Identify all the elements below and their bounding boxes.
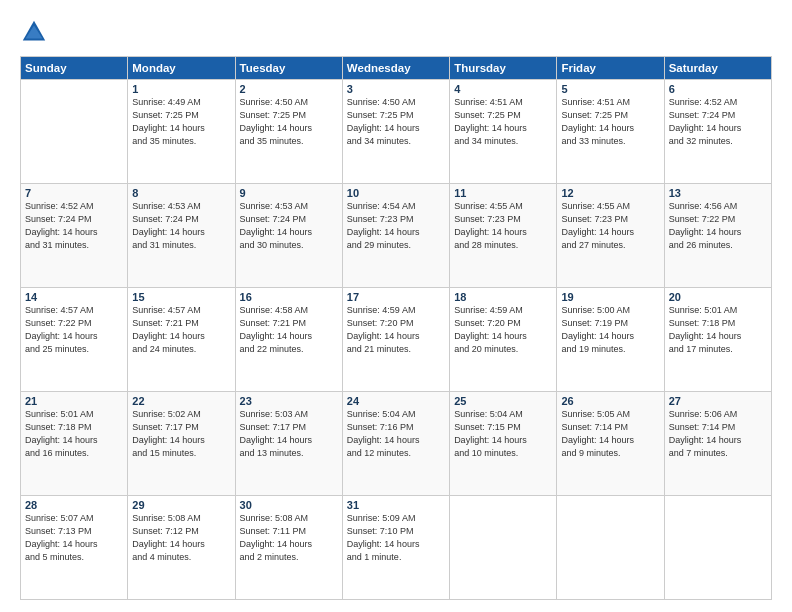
day-number: 11 (454, 187, 552, 199)
calendar-cell (557, 496, 664, 600)
logo-icon (20, 18, 48, 46)
cell-info: Sunrise: 4:59 AM Sunset: 7:20 PM Dayligh… (454, 304, 552, 356)
day-number: 27 (669, 395, 767, 407)
day-number: 13 (669, 187, 767, 199)
calendar-cell: 5Sunrise: 4:51 AM Sunset: 7:25 PM Daylig… (557, 80, 664, 184)
calendar-cell: 1Sunrise: 4:49 AM Sunset: 7:25 PM Daylig… (128, 80, 235, 184)
calendar-cell: 25Sunrise: 5:04 AM Sunset: 7:15 PM Dayli… (450, 392, 557, 496)
week-row-4: 21Sunrise: 5:01 AM Sunset: 7:18 PM Dayli… (21, 392, 772, 496)
calendar-cell: 10Sunrise: 4:54 AM Sunset: 7:23 PM Dayli… (342, 184, 449, 288)
calendar-cell: 13Sunrise: 4:56 AM Sunset: 7:22 PM Dayli… (664, 184, 771, 288)
day-number: 5 (561, 83, 659, 95)
day-number: 20 (669, 291, 767, 303)
cell-info: Sunrise: 4:56 AM Sunset: 7:22 PM Dayligh… (669, 200, 767, 252)
calendar-cell (450, 496, 557, 600)
cell-info: Sunrise: 5:07 AM Sunset: 7:13 PM Dayligh… (25, 512, 123, 564)
calendar-cell: 9Sunrise: 4:53 AM Sunset: 7:24 PM Daylig… (235, 184, 342, 288)
day-number: 24 (347, 395, 445, 407)
day-number: 17 (347, 291, 445, 303)
cell-info: Sunrise: 4:57 AM Sunset: 7:22 PM Dayligh… (25, 304, 123, 356)
day-number: 23 (240, 395, 338, 407)
day-number: 18 (454, 291, 552, 303)
cell-info: Sunrise: 5:08 AM Sunset: 7:11 PM Dayligh… (240, 512, 338, 564)
calendar-cell: 22Sunrise: 5:02 AM Sunset: 7:17 PM Dayli… (128, 392, 235, 496)
calendar-cell: 23Sunrise: 5:03 AM Sunset: 7:17 PM Dayli… (235, 392, 342, 496)
day-number: 9 (240, 187, 338, 199)
weekday-header-monday: Monday (128, 57, 235, 80)
cell-info: Sunrise: 4:52 AM Sunset: 7:24 PM Dayligh… (669, 96, 767, 148)
cell-info: Sunrise: 5:09 AM Sunset: 7:10 PM Dayligh… (347, 512, 445, 564)
day-number: 26 (561, 395, 659, 407)
weekday-header-wednesday: Wednesday (342, 57, 449, 80)
week-row-5: 28Sunrise: 5:07 AM Sunset: 7:13 PM Dayli… (21, 496, 772, 600)
weekday-header-saturday: Saturday (664, 57, 771, 80)
day-number: 6 (669, 83, 767, 95)
calendar-cell: 8Sunrise: 4:53 AM Sunset: 7:24 PM Daylig… (128, 184, 235, 288)
day-number: 25 (454, 395, 552, 407)
calendar-cell: 29Sunrise: 5:08 AM Sunset: 7:12 PM Dayli… (128, 496, 235, 600)
calendar-cell: 2Sunrise: 4:50 AM Sunset: 7:25 PM Daylig… (235, 80, 342, 184)
cell-info: Sunrise: 5:01 AM Sunset: 7:18 PM Dayligh… (669, 304, 767, 356)
calendar-cell: 16Sunrise: 4:58 AM Sunset: 7:21 PM Dayli… (235, 288, 342, 392)
calendar-cell (21, 80, 128, 184)
day-number: 10 (347, 187, 445, 199)
cell-info: Sunrise: 4:53 AM Sunset: 7:24 PM Dayligh… (132, 200, 230, 252)
weekday-header-friday: Friday (557, 57, 664, 80)
cell-info: Sunrise: 5:00 AM Sunset: 7:19 PM Dayligh… (561, 304, 659, 356)
calendar-cell: 3Sunrise: 4:50 AM Sunset: 7:25 PM Daylig… (342, 80, 449, 184)
cell-info: Sunrise: 4:55 AM Sunset: 7:23 PM Dayligh… (454, 200, 552, 252)
calendar-cell (664, 496, 771, 600)
calendar-cell: 26Sunrise: 5:05 AM Sunset: 7:14 PM Dayli… (557, 392, 664, 496)
day-number: 1 (132, 83, 230, 95)
cell-info: Sunrise: 4:50 AM Sunset: 7:25 PM Dayligh… (240, 96, 338, 148)
day-number: 21 (25, 395, 123, 407)
cell-info: Sunrise: 4:53 AM Sunset: 7:24 PM Dayligh… (240, 200, 338, 252)
week-row-2: 7Sunrise: 4:52 AM Sunset: 7:24 PM Daylig… (21, 184, 772, 288)
day-number: 15 (132, 291, 230, 303)
day-number: 8 (132, 187, 230, 199)
calendar-cell: 18Sunrise: 4:59 AM Sunset: 7:20 PM Dayli… (450, 288, 557, 392)
calendar-cell: 28Sunrise: 5:07 AM Sunset: 7:13 PM Dayli… (21, 496, 128, 600)
day-number: 7 (25, 187, 123, 199)
day-number: 30 (240, 499, 338, 511)
cell-info: Sunrise: 5:04 AM Sunset: 7:15 PM Dayligh… (454, 408, 552, 460)
day-number: 2 (240, 83, 338, 95)
cell-info: Sunrise: 4:52 AM Sunset: 7:24 PM Dayligh… (25, 200, 123, 252)
cell-info: Sunrise: 5:08 AM Sunset: 7:12 PM Dayligh… (132, 512, 230, 564)
cell-info: Sunrise: 4:51 AM Sunset: 7:25 PM Dayligh… (561, 96, 659, 148)
day-number: 22 (132, 395, 230, 407)
cell-info: Sunrise: 4:54 AM Sunset: 7:23 PM Dayligh… (347, 200, 445, 252)
calendar-cell: 17Sunrise: 4:59 AM Sunset: 7:20 PM Dayli… (342, 288, 449, 392)
day-number: 28 (25, 499, 123, 511)
header (20, 18, 772, 46)
cell-info: Sunrise: 4:51 AM Sunset: 7:25 PM Dayligh… (454, 96, 552, 148)
calendar-table: SundayMondayTuesdayWednesdayThursdayFrid… (20, 56, 772, 600)
cell-info: Sunrise: 4:55 AM Sunset: 7:23 PM Dayligh… (561, 200, 659, 252)
week-row-3: 14Sunrise: 4:57 AM Sunset: 7:22 PM Dayli… (21, 288, 772, 392)
cell-info: Sunrise: 5:02 AM Sunset: 7:17 PM Dayligh… (132, 408, 230, 460)
day-number: 29 (132, 499, 230, 511)
cell-info: Sunrise: 4:58 AM Sunset: 7:21 PM Dayligh… (240, 304, 338, 356)
calendar-cell: 15Sunrise: 4:57 AM Sunset: 7:21 PM Dayli… (128, 288, 235, 392)
calendar-cell: 21Sunrise: 5:01 AM Sunset: 7:18 PM Dayli… (21, 392, 128, 496)
calendar-cell: 27Sunrise: 5:06 AM Sunset: 7:14 PM Dayli… (664, 392, 771, 496)
page: SundayMondayTuesdayWednesdayThursdayFrid… (0, 0, 792, 612)
weekday-header-tuesday: Tuesday (235, 57, 342, 80)
cell-info: Sunrise: 5:01 AM Sunset: 7:18 PM Dayligh… (25, 408, 123, 460)
cell-info: Sunrise: 4:49 AM Sunset: 7:25 PM Dayligh… (132, 96, 230, 148)
day-number: 16 (240, 291, 338, 303)
day-number: 14 (25, 291, 123, 303)
calendar-cell: 6Sunrise: 4:52 AM Sunset: 7:24 PM Daylig… (664, 80, 771, 184)
cell-info: Sunrise: 4:59 AM Sunset: 7:20 PM Dayligh… (347, 304, 445, 356)
day-number: 31 (347, 499, 445, 511)
calendar-cell: 19Sunrise: 5:00 AM Sunset: 7:19 PM Dayli… (557, 288, 664, 392)
logo (20, 18, 52, 46)
day-number: 4 (454, 83, 552, 95)
calendar-cell: 12Sunrise: 4:55 AM Sunset: 7:23 PM Dayli… (557, 184, 664, 288)
weekday-header-thursday: Thursday (450, 57, 557, 80)
cell-info: Sunrise: 5:06 AM Sunset: 7:14 PM Dayligh… (669, 408, 767, 460)
cell-info: Sunrise: 4:50 AM Sunset: 7:25 PM Dayligh… (347, 96, 445, 148)
calendar-cell: 4Sunrise: 4:51 AM Sunset: 7:25 PM Daylig… (450, 80, 557, 184)
calendar-cell: 31Sunrise: 5:09 AM Sunset: 7:10 PM Dayli… (342, 496, 449, 600)
cell-info: Sunrise: 5:03 AM Sunset: 7:17 PM Dayligh… (240, 408, 338, 460)
